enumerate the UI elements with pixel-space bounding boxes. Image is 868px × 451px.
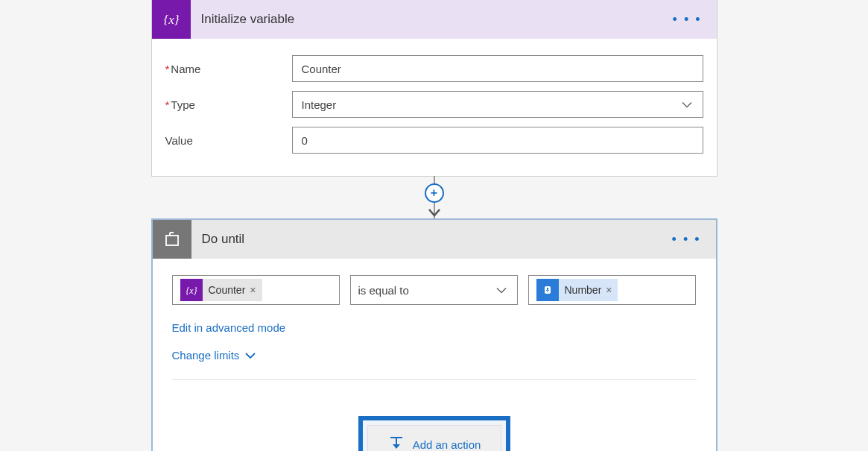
- number-pill[interactable]: Number ×: [536, 279, 618, 301]
- add-action-highlight: Add an action: [358, 416, 510, 451]
- type-select[interactable]: Integer: [292, 91, 703, 118]
- variable-icon: {x}: [180, 279, 203, 301]
- svg-rect-1: [166, 236, 178, 245]
- card-header[interactable]: {x} Initialize variable • • •: [152, 0, 717, 39]
- name-label: *Name: [165, 63, 292, 75]
- do-until-card: Do until • • • {x} Counter × is equal to: [151, 218, 717, 451]
- card-header[interactable]: Do until • • •: [153, 220, 716, 259]
- variable-icon: {x}: [152, 0, 191, 39]
- edit-advanced-mode-link[interactable]: Edit in advanced mode: [172, 321, 286, 334]
- flow-connector: +: [151, 176, 717, 219]
- add-action-button[interactable]: Add an action: [367, 425, 501, 451]
- chevron-down-icon: [496, 284, 507, 297]
- counter-pill[interactable]: {x} Counter ×: [180, 279, 262, 301]
- card-title: Do until: [202, 232, 672, 247]
- change-limits-link[interactable]: Change limits: [172, 349, 256, 362]
- card-title: Initialize variable: [201, 12, 673, 27]
- chevron-down-icon: [245, 349, 256, 362]
- condition-operator-select[interactable]: is equal to: [350, 275, 518, 305]
- add-action-icon: [387, 435, 405, 452]
- value-input[interactable]: 0: [292, 127, 703, 154]
- condition-left-input[interactable]: {x} Counter ×: [172, 275, 340, 305]
- initialize-variable-card: {x} Initialize variable • • • *Name Coun…: [151, 0, 717, 177]
- name-input[interactable]: Counter: [292, 55, 703, 82]
- card-menu-button[interactable]: • • •: [672, 233, 701, 246]
- remove-pill-icon[interactable]: ×: [606, 284, 612, 296]
- pill-label: Number: [565, 284, 602, 296]
- input-icon: [536, 279, 559, 301]
- condition-row: {x} Counter × is equal to: [166, 266, 703, 314]
- add-step-button[interactable]: +: [425, 183, 444, 203]
- card-menu-button[interactable]: • • •: [673, 13, 702, 26]
- svg-text:{x}: {x}: [186, 286, 197, 296]
- do-until-icon: [153, 220, 191, 259]
- type-label: *Type: [165, 98, 292, 111]
- condition-right-input[interactable]: Number ×: [528, 275, 696, 305]
- arrow-down-icon: [427, 207, 442, 221]
- chevron-down-icon: [682, 98, 692, 111]
- remove-pill-icon[interactable]: ×: [250, 284, 256, 296]
- divider: [172, 379, 697, 380]
- value-label: Value: [165, 134, 292, 147]
- svg-text:{x}: {x}: [163, 13, 179, 27]
- pill-label: Counter: [209, 284, 246, 296]
